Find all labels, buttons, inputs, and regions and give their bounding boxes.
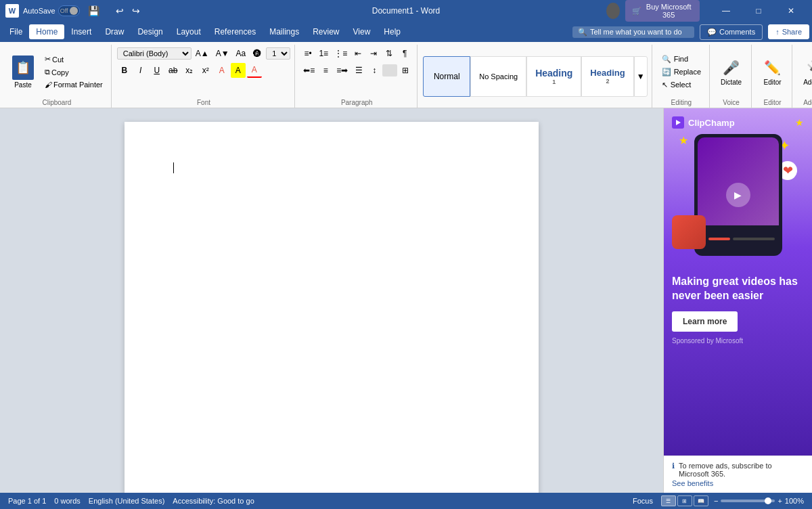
menu-design[interactable]: Design xyxy=(131,24,169,39)
style-nospacing-button[interactable]: No Spacing xyxy=(470,56,526,97)
main-area: ClipChamp ★ ★ ✦ ❤ ▶ xyxy=(0,108,812,493)
underline-button[interactable]: U xyxy=(150,63,164,78)
menu-references[interactable]: References xyxy=(208,24,263,39)
maximize-button[interactable]: □ xyxy=(743,0,774,22)
buy-microsoft365-button[interactable]: 🛒 Buy Microsoft 365 xyxy=(625,0,700,22)
increase-indent-button[interactable]: ⇥ xyxy=(366,46,381,61)
print-layout-icon[interactable]: ☰ xyxy=(661,495,676,506)
user-avatar[interactable] xyxy=(606,3,620,19)
buy-btn-label: Buy Microsoft 365 xyxy=(644,3,693,19)
learn-more-button[interactable]: Learn more xyxy=(672,311,738,332)
menu-home[interactable]: Home xyxy=(29,24,64,39)
align-right-button[interactable]: ≡➡ xyxy=(334,63,351,78)
align-center-button[interactable]: ≡ xyxy=(318,63,333,78)
font-color-button[interactable]: A xyxy=(247,63,262,78)
zoom-in-icon[interactable]: + xyxy=(777,497,782,505)
paragraph-group: ≡• 1≡ ⋮≡ ⇤ ⇥ ⇅ ¶ ⬅≡ ≡ ≡➡ ☰ ↕ ⊞ xyxy=(296,45,418,108)
shading-button[interactable] xyxy=(382,64,397,76)
show-marks-button[interactable]: ¶ xyxy=(397,46,412,61)
subscript-button[interactable]: x₂ xyxy=(182,63,197,78)
font-size-select[interactable]: 11 xyxy=(266,47,290,60)
menu-review[interactable]: Review xyxy=(306,24,346,39)
highlight-button[interactable]: A xyxy=(231,63,246,78)
increase-font-button[interactable]: A▲ xyxy=(193,46,212,61)
clear-formatting-button[interactable]: 🅐 xyxy=(250,46,265,61)
style-heading1-button[interactable]: Heading 1 xyxy=(526,56,581,97)
editing-content: 🔍 Find 🔄 Replace ↖ Select xyxy=(658,46,705,97)
see-benefits-link[interactable]: See benefits xyxy=(672,479,804,487)
voice-group: 🎤 Dictate Voice xyxy=(711,45,752,108)
styles-more-arrow[interactable]: ▼ xyxy=(634,56,648,97)
undo-button[interactable]: ↩ xyxy=(113,5,127,16)
close-button[interactable]: ✕ xyxy=(775,0,807,22)
cut-label: Cut xyxy=(52,56,64,64)
editor-group: ✏️ Editor Editor xyxy=(753,45,792,108)
copy-button[interactable]: ⧉ Copy xyxy=(41,66,107,78)
italic-button[interactable]: I xyxy=(133,63,148,78)
addins-content: 🔌 Add-ins xyxy=(798,46,812,97)
para-row1: ≡• 1≡ ⋮≡ ⇤ ⇥ ⇅ ¶ xyxy=(300,46,413,61)
undo-redo-group: ↩ ↪ xyxy=(113,5,143,16)
paste-button[interactable]: 📋 Paste xyxy=(7,46,39,97)
search-box[interactable]: 🔍 Tell me what you want to do xyxy=(572,26,694,38)
justify-button[interactable]: ☰ xyxy=(351,63,366,78)
side-panel: ClipChamp ★ ★ ✦ ❤ ▶ xyxy=(663,108,812,493)
strikethrough-button[interactable]: ab xyxy=(166,63,181,78)
word-app-icon: W xyxy=(5,4,19,18)
decrease-indent-button[interactable]: ⇤ xyxy=(351,46,365,61)
menu-layout[interactable]: Layout xyxy=(170,24,208,39)
borders-button[interactable]: ⊞ xyxy=(398,63,413,78)
focus-button[interactable]: Focus xyxy=(630,495,656,506)
font-name-select[interactable]: Calibri (Body) xyxy=(117,47,191,60)
menu-file[interactable]: File xyxy=(3,24,29,39)
copy-label: Copy xyxy=(51,68,69,76)
star-decoration-1: ★ xyxy=(679,134,688,147)
save-button[interactable]: 💾 xyxy=(84,4,104,18)
style-heading2-button[interactable]: Heading 2 xyxy=(581,56,633,97)
zoom-slider[interactable] xyxy=(721,500,775,502)
document-area[interactable] xyxy=(0,108,663,493)
menu-mailings[interactable]: Mailings xyxy=(263,24,306,39)
multilevel-list-button[interactable]: ⋮≡ xyxy=(332,46,350,61)
search-placeholder: Tell me what you want to do xyxy=(590,28,682,36)
addins-button[interactable]: 🔌 Add-ins xyxy=(798,56,812,89)
dictate-button[interactable]: 🎤 Dictate xyxy=(715,56,747,89)
share-button[interactable]: ↑ Share xyxy=(768,24,809,39)
comments-button[interactable]: 💬 Comments xyxy=(700,24,763,40)
comments-icon: 💬 xyxy=(707,28,717,37)
align-left-button[interactable]: ⬅≡ xyxy=(300,63,317,78)
menu-view[interactable]: View xyxy=(346,24,378,39)
bullet-list-button[interactable]: ≡• xyxy=(300,46,315,61)
decrease-font-button[interactable]: A▼ xyxy=(213,46,232,61)
line-spacing-button[interactable]: ↕ xyxy=(367,63,382,78)
bold-button[interactable]: B xyxy=(117,63,132,78)
superscript-button[interactable]: x² xyxy=(198,63,213,78)
format-painter-button[interactable]: 🖌 Format Painter xyxy=(41,79,107,90)
autosave-label: AutoSave xyxy=(23,7,55,15)
document-page[interactable] xyxy=(125,122,539,493)
text-color-button[interactable]: A xyxy=(215,63,229,78)
ribbon: 📋 Paste ✂ Cut ⧉ Copy 🖌 Format Painter Cl… xyxy=(0,42,812,108)
zoom-out-icon[interactable]: − xyxy=(714,497,718,505)
normal-style-label: Normal xyxy=(434,72,460,81)
web-layout-icon[interactable]: ⊞ xyxy=(677,495,692,506)
menu-help[interactable]: Help xyxy=(377,24,407,39)
menu-insert[interactable]: Insert xyxy=(64,24,98,39)
doc-title: Document1 - Word xyxy=(206,6,606,16)
change-case-button[interactable]: Aa xyxy=(233,46,249,61)
menu-draw[interactable]: Draw xyxy=(98,24,131,39)
minimize-button[interactable]: — xyxy=(710,0,742,22)
clipboard-content: 📋 Paste ✂ Cut ⧉ Copy 🖌 Format Painter xyxy=(7,46,107,97)
cut-button[interactable]: ✂ Cut xyxy=(41,53,107,65)
select-button[interactable]: ↖ Select xyxy=(658,79,696,91)
redo-button[interactable]: ↪ xyxy=(129,5,143,16)
read-mode-icon[interactable]: 📖 xyxy=(694,495,708,506)
autosave-toggle[interactable]: Off xyxy=(58,5,80,16)
sort-button[interactable]: ⇅ xyxy=(382,46,397,61)
style-normal-button[interactable]: Normal xyxy=(423,56,470,97)
replace-button[interactable]: 🔄 Replace xyxy=(658,66,705,78)
find-button[interactable]: 🔍 Find xyxy=(658,53,692,65)
numbered-list-button[interactable]: 1≡ xyxy=(316,46,331,61)
editor-button[interactable]: ✏️ Editor xyxy=(757,56,788,89)
menu-bar: File Home Insert Draw Design Layout Refe… xyxy=(0,22,812,42)
